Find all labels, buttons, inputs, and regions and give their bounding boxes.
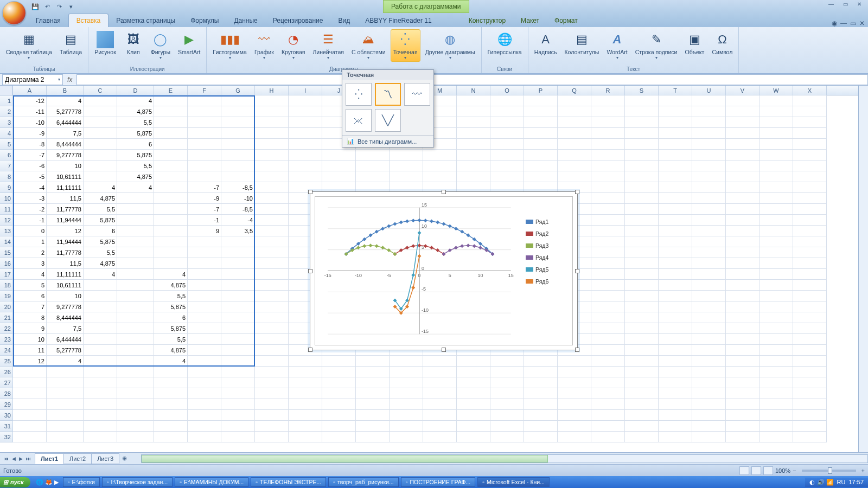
cell[interactable] bbox=[793, 117, 827, 128]
cell[interactable]: 6 bbox=[154, 312, 188, 323]
cell[interactable] bbox=[221, 323, 255, 334]
cell[interactable] bbox=[591, 95, 625, 106]
cell[interactable] bbox=[793, 312, 827, 323]
cell[interactable]: 3 bbox=[13, 258, 47, 269]
cell[interactable]: 6,444444 bbox=[47, 334, 84, 345]
cell[interactable] bbox=[490, 432, 524, 442]
row-header[interactable]: 5 bbox=[0, 139, 13, 150]
cell[interactable]: 2 bbox=[13, 247, 47, 258]
cell[interactable] bbox=[726, 388, 760, 399]
cell[interactable] bbox=[322, 377, 356, 388]
cell[interactable] bbox=[84, 367, 117, 377]
cell[interactable] bbox=[289, 410, 322, 421]
cell[interactable] bbox=[659, 182, 692, 193]
cell[interactable] bbox=[47, 377, 84, 388]
cell[interactable] bbox=[255, 139, 289, 150]
cell[interactable] bbox=[84, 356, 117, 367]
cell[interactable]: 11,77778 bbox=[47, 204, 84, 215]
cell[interactable] bbox=[117, 193, 154, 204]
cell[interactable] bbox=[659, 312, 692, 323]
cell[interactable] bbox=[793, 410, 827, 421]
row-header[interactable]: 8 bbox=[0, 171, 13, 182]
cell[interactable] bbox=[117, 247, 154, 258]
cell[interactable] bbox=[591, 258, 625, 269]
cell[interactable] bbox=[625, 247, 659, 258]
row-header[interactable]: 4 bbox=[0, 128, 13, 139]
cell[interactable] bbox=[558, 432, 591, 442]
cell[interactable] bbox=[84, 377, 117, 388]
cell[interactable]: -8,5 bbox=[221, 204, 255, 215]
cell[interactable] bbox=[255, 356, 289, 367]
cell[interactable] bbox=[154, 367, 188, 377]
cell[interactable] bbox=[154, 258, 188, 269]
cell[interactable] bbox=[255, 182, 289, 193]
chart-legend[interactable]: Ряд1Ряд2Ряд3Ряд4Ряд5Ряд6 bbox=[524, 197, 572, 345]
col-header[interactable]: F bbox=[188, 86, 221, 95]
cell[interactable] bbox=[591, 139, 625, 150]
cell[interactable] bbox=[255, 280, 289, 291]
cell[interactable] bbox=[760, 291, 793, 301]
cell[interactable] bbox=[726, 334, 760, 345]
cell[interactable]: 4 bbox=[154, 269, 188, 280]
cell[interactable]: 11,5 bbox=[47, 193, 84, 204]
cell[interactable]: 5,5 bbox=[117, 117, 154, 128]
cell[interactable] bbox=[255, 106, 289, 117]
cell[interactable] bbox=[793, 171, 827, 182]
cell[interactable] bbox=[154, 95, 188, 106]
cell[interactable] bbox=[457, 106, 490, 117]
row-header[interactable]: 22 bbox=[0, 323, 13, 334]
cell[interactable] bbox=[117, 312, 154, 323]
cell[interactable] bbox=[154, 247, 188, 258]
cell[interactable] bbox=[726, 432, 760, 442]
cell[interactable] bbox=[289, 432, 322, 442]
cell[interactable] bbox=[84, 160, 117, 171]
cell[interactable] bbox=[117, 323, 154, 334]
cell[interactable] bbox=[423, 160, 457, 171]
legend-item[interactable]: Ряд3 bbox=[526, 242, 570, 249]
cell[interactable] bbox=[591, 291, 625, 301]
cell[interactable] bbox=[793, 193, 827, 204]
cell[interactable] bbox=[760, 204, 793, 215]
cell[interactable] bbox=[84, 280, 117, 291]
cell[interactable] bbox=[625, 150, 659, 160]
cell[interactable] bbox=[659, 410, 692, 421]
cell[interactable] bbox=[457, 388, 490, 399]
symbol-button[interactable]: ΩСимвол bbox=[709, 29, 735, 57]
cell[interactable] bbox=[524, 356, 558, 367]
cell[interactable]: -2 bbox=[13, 204, 47, 215]
cell[interactable] bbox=[221, 291, 255, 301]
cell[interactable] bbox=[154, 160, 188, 171]
row-header[interactable]: 6 bbox=[0, 150, 13, 160]
cell[interactable] bbox=[625, 312, 659, 323]
cell[interactable] bbox=[255, 269, 289, 280]
object-button[interactable]: ▣Объект bbox=[682, 29, 707, 57]
cell[interactable]: 11,77778 bbox=[47, 247, 84, 258]
cell[interactable] bbox=[322, 171, 356, 182]
cell[interactable] bbox=[659, 421, 692, 432]
cell[interactable] bbox=[84, 128, 117, 139]
cell[interactable] bbox=[692, 301, 726, 312]
cell[interactable] bbox=[692, 410, 726, 421]
cell[interactable] bbox=[659, 388, 692, 399]
cell[interactable] bbox=[457, 171, 490, 182]
cell[interactable] bbox=[692, 247, 726, 258]
cell[interactable]: 5,5 bbox=[154, 334, 188, 345]
cell[interactable] bbox=[659, 160, 692, 171]
cell[interactable] bbox=[188, 410, 221, 421]
cell[interactable] bbox=[692, 367, 726, 377]
cell[interactable]: -10 bbox=[221, 193, 255, 204]
cell[interactable] bbox=[457, 128, 490, 139]
cell[interactable] bbox=[692, 377, 726, 388]
cell[interactable] bbox=[154, 128, 188, 139]
cell[interactable] bbox=[84, 301, 117, 312]
cell[interactable] bbox=[423, 432, 457, 442]
cell[interactable] bbox=[188, 117, 221, 128]
cell[interactable] bbox=[726, 301, 760, 312]
cell[interactable] bbox=[760, 367, 793, 377]
cell[interactable] bbox=[356, 399, 390, 410]
zoom-slider[interactable] bbox=[802, 470, 856, 472]
tab-chart-format[interactable]: Формат bbox=[547, 14, 585, 27]
cell[interactable] bbox=[255, 377, 289, 388]
cell[interactable] bbox=[591, 410, 625, 421]
cell[interactable] bbox=[625, 204, 659, 215]
